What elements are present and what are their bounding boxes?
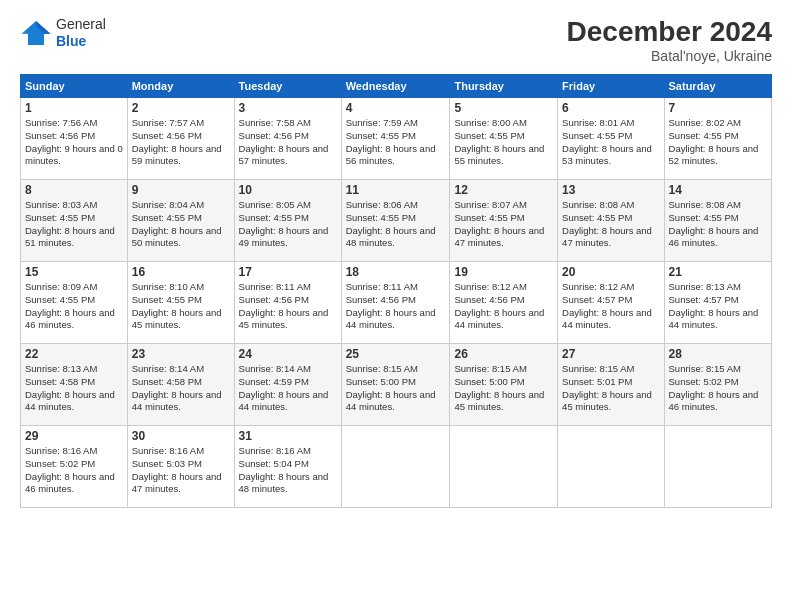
- day-of-week-header: Sunday: [21, 75, 128, 98]
- day-number: 21: [669, 265, 767, 279]
- day-info: Sunrise: 7:59 AMSunset: 4:55 PMDaylight:…: [346, 117, 446, 168]
- calendar-cell: 20Sunrise: 8:12 AMSunset: 4:57 PMDayligh…: [558, 262, 664, 344]
- calendar-cell: 1Sunrise: 7:56 AMSunset: 4:56 PMDaylight…: [21, 98, 128, 180]
- calendar-cell: 12Sunrise: 8:07 AMSunset: 4:55 PMDayligh…: [450, 180, 558, 262]
- day-info: Sunrise: 8:05 AMSunset: 4:55 PMDaylight:…: [239, 199, 337, 250]
- day-number: 5: [454, 101, 553, 115]
- day-number: 25: [346, 347, 446, 361]
- calendar-week-row: 8Sunrise: 8:03 AMSunset: 4:55 PMDaylight…: [21, 180, 772, 262]
- day-info: Sunrise: 8:10 AMSunset: 4:55 PMDaylight:…: [132, 281, 230, 332]
- day-info: Sunrise: 8:14 AMSunset: 4:59 PMDaylight:…: [239, 363, 337, 414]
- day-info: Sunrise: 8:11 AMSunset: 4:56 PMDaylight:…: [346, 281, 446, 332]
- calendar-cell: 13Sunrise: 8:08 AMSunset: 4:55 PMDayligh…: [558, 180, 664, 262]
- location: Batal'noye, Ukraine: [567, 48, 772, 64]
- day-info: Sunrise: 8:12 AMSunset: 4:56 PMDaylight:…: [454, 281, 553, 332]
- calendar-cell: 19Sunrise: 8:12 AMSunset: 4:56 PMDayligh…: [450, 262, 558, 344]
- calendar-cell: 29Sunrise: 8:16 AMSunset: 5:02 PMDayligh…: [21, 426, 128, 508]
- calendar-cell: [558, 426, 664, 508]
- day-info: Sunrise: 8:13 AMSunset: 4:57 PMDaylight:…: [669, 281, 767, 332]
- day-number: 17: [239, 265, 337, 279]
- day-number: 31: [239, 429, 337, 443]
- calendar-cell: 26Sunrise: 8:15 AMSunset: 5:00 PMDayligh…: [450, 344, 558, 426]
- day-info: Sunrise: 8:09 AMSunset: 4:55 PMDaylight:…: [25, 281, 123, 332]
- calendar-header-row: SundayMondayTuesdayWednesdayThursdayFrid…: [21, 75, 772, 98]
- day-info: Sunrise: 7:57 AMSunset: 4:56 PMDaylight:…: [132, 117, 230, 168]
- day-number: 24: [239, 347, 337, 361]
- calendar-cell: [450, 426, 558, 508]
- calendar-cell: [341, 426, 450, 508]
- calendar-cell: 17Sunrise: 8:11 AMSunset: 4:56 PMDayligh…: [234, 262, 341, 344]
- day-number: 28: [669, 347, 767, 361]
- calendar-cell: 4Sunrise: 7:59 AMSunset: 4:55 PMDaylight…: [341, 98, 450, 180]
- calendar-cell: 11Sunrise: 8:06 AMSunset: 4:55 PMDayligh…: [341, 180, 450, 262]
- calendar-cell: 5Sunrise: 8:00 AMSunset: 4:55 PMDaylight…: [450, 98, 558, 180]
- day-of-week-header: Saturday: [664, 75, 771, 98]
- calendar-cell: 22Sunrise: 8:13 AMSunset: 4:58 PMDayligh…: [21, 344, 128, 426]
- day-info: Sunrise: 8:02 AMSunset: 4:55 PMDaylight:…: [669, 117, 767, 168]
- day-info: Sunrise: 8:08 AMSunset: 4:55 PMDaylight:…: [669, 199, 767, 250]
- day-number: 3: [239, 101, 337, 115]
- day-number: 9: [132, 183, 230, 197]
- day-info: Sunrise: 8:16 AMSunset: 5:04 PMDaylight:…: [239, 445, 337, 496]
- logo-general: General: [56, 16, 106, 33]
- day-number: 12: [454, 183, 553, 197]
- day-info: Sunrise: 8:15 AMSunset: 5:00 PMDaylight:…: [454, 363, 553, 414]
- calendar-cell: 16Sunrise: 8:10 AMSunset: 4:55 PMDayligh…: [127, 262, 234, 344]
- day-info: Sunrise: 8:15 AMSunset: 5:01 PMDaylight:…: [562, 363, 659, 414]
- calendar-cell: 3Sunrise: 7:58 AMSunset: 4:56 PMDaylight…: [234, 98, 341, 180]
- day-of-week-header: Wednesday: [341, 75, 450, 98]
- day-number: 2: [132, 101, 230, 115]
- day-of-week-header: Friday: [558, 75, 664, 98]
- day-number: 8: [25, 183, 123, 197]
- day-of-week-header: Thursday: [450, 75, 558, 98]
- day-number: 6: [562, 101, 659, 115]
- day-info: Sunrise: 8:08 AMSunset: 4:55 PMDaylight:…: [562, 199, 659, 250]
- logo-text: General Blue: [56, 16, 106, 50]
- day-info: Sunrise: 8:12 AMSunset: 4:57 PMDaylight:…: [562, 281, 659, 332]
- day-info: Sunrise: 8:11 AMSunset: 4:56 PMDaylight:…: [239, 281, 337, 332]
- calendar-cell: 7Sunrise: 8:02 AMSunset: 4:55 PMDaylight…: [664, 98, 771, 180]
- logo-icon: [20, 19, 52, 47]
- calendar-body: 1Sunrise: 7:56 AMSunset: 4:56 PMDaylight…: [21, 98, 772, 508]
- day-number: 13: [562, 183, 659, 197]
- calendar-cell: 31Sunrise: 8:16 AMSunset: 5:04 PMDayligh…: [234, 426, 341, 508]
- day-number: 29: [25, 429, 123, 443]
- day-number: 27: [562, 347, 659, 361]
- day-number: 30: [132, 429, 230, 443]
- calendar-week-row: 22Sunrise: 8:13 AMSunset: 4:58 PMDayligh…: [21, 344, 772, 426]
- day-info: Sunrise: 8:00 AMSunset: 4:55 PMDaylight:…: [454, 117, 553, 168]
- logo-blue: Blue: [56, 33, 106, 50]
- calendar-cell: 15Sunrise: 8:09 AMSunset: 4:55 PMDayligh…: [21, 262, 128, 344]
- day-info: Sunrise: 8:03 AMSunset: 4:55 PMDaylight:…: [25, 199, 123, 250]
- day-number: 16: [132, 265, 230, 279]
- day-number: 10: [239, 183, 337, 197]
- calendar-week-row: 29Sunrise: 8:16 AMSunset: 5:02 PMDayligh…: [21, 426, 772, 508]
- calendar-cell: 30Sunrise: 8:16 AMSunset: 5:03 PMDayligh…: [127, 426, 234, 508]
- day-info: Sunrise: 8:15 AMSunset: 5:00 PMDaylight:…: [346, 363, 446, 414]
- calendar-cell: 25Sunrise: 8:15 AMSunset: 5:00 PMDayligh…: [341, 344, 450, 426]
- calendar-cell: 10Sunrise: 8:05 AMSunset: 4:55 PMDayligh…: [234, 180, 341, 262]
- day-of-week-header: Tuesday: [234, 75, 341, 98]
- day-info: Sunrise: 8:13 AMSunset: 4:58 PMDaylight:…: [25, 363, 123, 414]
- day-info: Sunrise: 8:16 AMSunset: 5:02 PMDaylight:…: [25, 445, 123, 496]
- calendar-cell: 2Sunrise: 7:57 AMSunset: 4:56 PMDaylight…: [127, 98, 234, 180]
- day-number: 19: [454, 265, 553, 279]
- calendar-week-row: 1Sunrise: 7:56 AMSunset: 4:56 PMDaylight…: [21, 98, 772, 180]
- calendar-cell: 23Sunrise: 8:14 AMSunset: 4:58 PMDayligh…: [127, 344, 234, 426]
- month-title: December 2024: [567, 16, 772, 48]
- day-number: 26: [454, 347, 553, 361]
- day-info: Sunrise: 8:06 AMSunset: 4:55 PMDaylight:…: [346, 199, 446, 250]
- day-info: Sunrise: 8:07 AMSunset: 4:55 PMDaylight:…: [454, 199, 553, 250]
- day-info: Sunrise: 8:15 AMSunset: 5:02 PMDaylight:…: [669, 363, 767, 414]
- calendar-table: SundayMondayTuesdayWednesdayThursdayFrid…: [20, 74, 772, 508]
- calendar-cell: 18Sunrise: 8:11 AMSunset: 4:56 PMDayligh…: [341, 262, 450, 344]
- calendar-cell: 14Sunrise: 8:08 AMSunset: 4:55 PMDayligh…: [664, 180, 771, 262]
- day-number: 22: [25, 347, 123, 361]
- day-info: Sunrise: 8:01 AMSunset: 4:55 PMDaylight:…: [562, 117, 659, 168]
- header: General Blue December 2024 Batal'noye, U…: [20, 16, 772, 64]
- day-number: 1: [25, 101, 123, 115]
- day-number: 7: [669, 101, 767, 115]
- calendar-cell: 21Sunrise: 8:13 AMSunset: 4:57 PMDayligh…: [664, 262, 771, 344]
- day-number: 4: [346, 101, 446, 115]
- calendar-cell: 9Sunrise: 8:04 AMSunset: 4:55 PMDaylight…: [127, 180, 234, 262]
